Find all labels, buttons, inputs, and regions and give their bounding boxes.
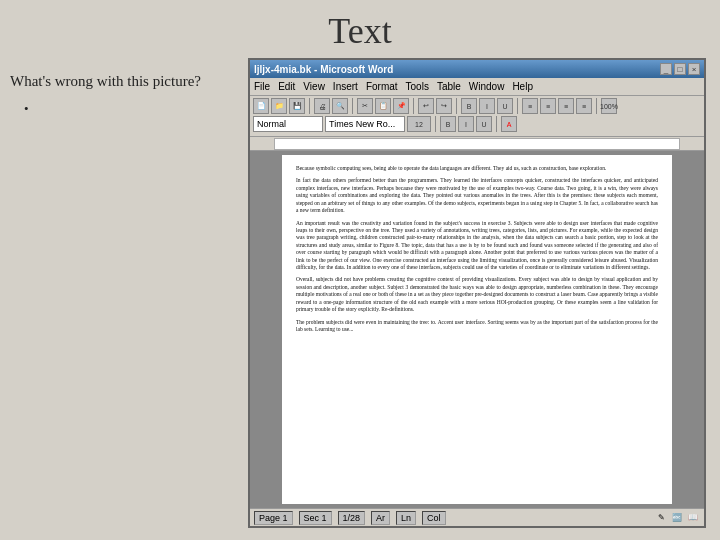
document-text: Because symbolic computing sees, being a… [296, 165, 658, 338]
document-page: Because symbolic computing sees, being a… [282, 155, 672, 504]
menu-view[interactable]: View [303, 81, 325, 92]
separator-7 [435, 116, 436, 132]
bold-btn[interactable]: B [440, 116, 456, 132]
menu-edit[interactable]: Edit [278, 81, 295, 92]
separator-5 [517, 98, 518, 114]
minimize-button[interactable]: _ [660, 63, 672, 75]
paragraph-2: In fact the data others performed better… [296, 177, 658, 214]
menu-file[interactable]: File [254, 81, 270, 92]
new-icon[interactable]: 📄 [253, 98, 269, 114]
bullet-point: • [24, 99, 240, 119]
align-left-icon[interactable]: ≡ [522, 98, 538, 114]
status-bar: Page 1 Sec 1 1/28 Ar Ln Col ✎ 🔤 📖 [250, 508, 704, 526]
italic-btn[interactable]: I [458, 116, 474, 132]
ruler [250, 137, 704, 151]
menu-tools[interactable]: Tools [406, 81, 429, 92]
paragraph-4: Overall, subjects did not have problems … [296, 276, 658, 313]
menu-format[interactable]: Format [366, 81, 398, 92]
paragraph-3: An important result was the creativity a… [296, 220, 658, 272]
status-at: Ar [371, 511, 390, 525]
toolbar-area: 📄 📁 💾 🖨 🔍 ✂ 📋 📌 ↩ ↪ B I U ≡ ≡ ≡ ≡ 100% [250, 96, 704, 137]
font-dropdown[interactable]: Times New Ro... [325, 116, 405, 132]
style-dropdown[interactable]: Normal [253, 116, 323, 132]
print-icon[interactable]: 🖨 [314, 98, 330, 114]
menu-window[interactable]: Window [469, 81, 505, 92]
separator-2 [352, 98, 353, 114]
toolbar-row-2: Normal Times New Ro... 12 B I U A [253, 116, 701, 132]
cut-icon[interactable]: ✂ [357, 98, 373, 114]
menu-help[interactable]: Help [512, 81, 533, 92]
status-icon-3: 📖 [686, 511, 700, 525]
status-count: 1/28 [338, 511, 366, 525]
separator-4 [456, 98, 457, 114]
italic-icon[interactable]: I [479, 98, 495, 114]
document-area[interactable]: Because symbolic computing sees, being a… [250, 151, 704, 508]
paragraph-1: Because symbolic computing sees, being a… [296, 165, 658, 172]
toolbar-row-1: 📄 📁 💾 🖨 🔍 ✂ 📋 📌 ↩ ↪ B I U ≡ ≡ ≡ ≡ 100% [253, 98, 701, 114]
maximize-button[interactable]: □ [674, 63, 686, 75]
redo-icon[interactable]: ↪ [436, 98, 452, 114]
separator-8 [496, 116, 497, 132]
left-panel: What's wrong with this picture? • [10, 70, 240, 118]
status-col: Col [422, 511, 446, 525]
menu-bar: File Edit View Insert Format Tools Table… [250, 78, 704, 96]
separator-6 [596, 98, 597, 114]
justify-icon[interactable]: ≡ [576, 98, 592, 114]
title-bar: ljljx-4mia.bk - Microsoft Word _ □ × [250, 60, 704, 78]
open-icon[interactable]: 📁 [271, 98, 287, 114]
word-window: ljljx-4mia.bk - Microsoft Word _ □ × Fil… [248, 58, 706, 528]
undo-icon[interactable]: ↩ [418, 98, 434, 114]
copy-icon[interactable]: 📋 [375, 98, 391, 114]
status-icon-2: 🔤 [670, 511, 684, 525]
bold-icon[interactable]: B [461, 98, 477, 114]
close-button[interactable]: × [688, 63, 700, 75]
separator-3 [413, 98, 414, 114]
underline-icon[interactable]: U [497, 98, 513, 114]
preview-icon[interactable]: 🔍 [332, 98, 348, 114]
status-icons: ✎ 🔤 📖 [654, 511, 700, 525]
status-page: Page 1 [254, 511, 293, 525]
page-title: Text [0, 0, 720, 58]
status-sec: Sec 1 [299, 511, 332, 525]
paste-icon[interactable]: 📌 [393, 98, 409, 114]
save-icon[interactable]: 💾 [289, 98, 305, 114]
underline-btn[interactable]: U [476, 116, 492, 132]
title-bar-text: ljljx-4mia.bk - Microsoft Word [254, 64, 393, 75]
menu-insert[interactable]: Insert [333, 81, 358, 92]
font-size-icon[interactable]: 12 [407, 116, 431, 132]
font-color-icon[interactable]: A [501, 116, 517, 132]
menu-table[interactable]: Table [437, 81, 461, 92]
paragraph-5: The problem subjects did were even in ma… [296, 319, 658, 334]
status-ln: Ln [396, 511, 416, 525]
zoom-icon[interactable]: 100% [601, 98, 617, 114]
status-icon-1: ✎ [654, 511, 668, 525]
align-center-icon[interactable]: ≡ [540, 98, 556, 114]
ruler-inner [274, 138, 680, 150]
align-right-icon[interactable]: ≡ [558, 98, 574, 114]
separator-1 [309, 98, 310, 114]
question-text: What's wrong with this picture? [10, 70, 240, 93]
title-bar-buttons: _ □ × [660, 63, 700, 75]
